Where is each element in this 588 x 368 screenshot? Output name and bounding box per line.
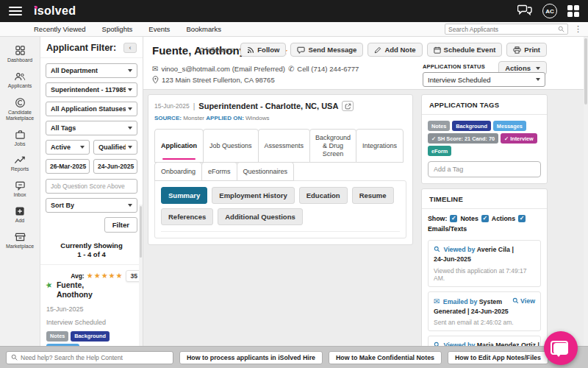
tag-interview[interactable]: ✓ Interview (501, 133, 537, 144)
sidebar-item-inbox[interactable]: Inbox (0, 177, 40, 202)
secondary-nav: Recently Viewed Spotlights Events Bookma… (0, 22, 588, 37)
job-posting-select[interactable]: Superintendent - 1179855 (46, 82, 137, 97)
notes-checkbox[interactable]: ✓ (450, 215, 457, 222)
dashboard-icon (15, 45, 26, 56)
tag-background[interactable]: Background (71, 331, 110, 342)
date-to-field[interactable]: 24-Jun-2025 (93, 159, 137, 174)
tab-eforms[interactable]: eForms (201, 162, 237, 181)
tab-assessments[interactable]: Assessments (258, 129, 311, 163)
timeline-title: TIMELINE (422, 189, 547, 209)
applicant-email[interactable]: vinoo_s@hotmail.com (Email Preferred) (161, 65, 285, 73)
subtab-employment-history[interactable]: Employment History (212, 187, 294, 204)
subtab-resume[interactable]: Resume (352, 187, 394, 204)
qualified-select[interactable]: Qualified (93, 140, 137, 155)
follow-button[interactable]: Follow (240, 43, 286, 57)
external-link-icon[interactable] (342, 101, 354, 111)
application-tags-card: APPLICATION TAGS Notes Background Messag… (421, 94, 548, 184)
actions-checkbox[interactable]: ✓ (481, 215, 489, 222)
tab-background-drug-screen[interactable]: Background & Drug Screen (309, 129, 356, 163)
filter-button[interactable]: Filter (104, 217, 137, 233)
app-window: isolved AC Recently Viewed Spotlights Ev… (0, 0, 588, 368)
application-status: Interview Scheduled (46, 319, 137, 326)
application-tags-title: APPLICATION TAGS (422, 95, 547, 115)
envelope-icon: ✉ (434, 297, 440, 305)
sidebar-item-reports[interactable]: Reports (0, 152, 40, 177)
subtab-additional-questions[interactable]: Additional Questions (218, 208, 303, 225)
page-scrollbar[interactable] (584, 37, 588, 346)
user-avatar[interactable]: AC (542, 4, 557, 18)
rating-stars[interactable]: ★★★★★ (87, 272, 123, 280)
chat-notifications-icon[interactable] (517, 4, 532, 18)
help-search[interactable] (6, 351, 173, 364)
help-link-process-applicants[interactable]: How to process applicants in iSolved Hir… (179, 351, 323, 364)
collapse-filter-button[interactable]: ‹ (123, 43, 137, 53)
chevron-down-icon (80, 146, 85, 149)
applicant-search-input[interactable] (448, 26, 558, 33)
email-icon: ✉ (152, 65, 158, 73)
tag-notes[interactable]: Notes (428, 121, 450, 131)
search-icon (11, 354, 18, 361)
view-email-link[interactable]: View (512, 297, 535, 305)
tag-background[interactable]: Background (452, 121, 491, 131)
tab-application[interactable]: Application (154, 129, 204, 163)
tag-eform[interactable]: eForm (428, 146, 451, 156)
tags-select[interactable]: All Tags (46, 121, 137, 135)
applicant-name-link[interactable]: Fuente, Anothony (57, 280, 121, 300)
tag-notes[interactable]: Notes (46, 331, 68, 342)
sidebar-item-dashboard[interactable]: Dashboard (0, 41, 40, 68)
tab-questionnaires[interactable]: Questionnaires (237, 162, 295, 181)
hamburger-menu-icon[interactable] (9, 7, 22, 15)
timeline-entry[interactable]: Viewed by Averie Cila | 24-Jun-2025 View… (428, 240, 541, 287)
currently-showing: Currently Showing 1 - 4 of 4 (40, 236, 143, 265)
tag-messages[interactable]: Messages (493, 121, 526, 131)
active-select[interactable]: Active (46, 140, 90, 155)
emails-texts-checkbox[interactable]: ✓ (518, 215, 526, 222)
subtab-references[interactable]: References (161, 208, 213, 225)
chevron-down-icon (128, 204, 132, 207)
chevron-down-icon (128, 127, 132, 130)
sidebar-item-marketplace[interactable]: Marketplace (0, 228, 40, 254)
department-select[interactable]: All Department (46, 63, 137, 78)
applicant-phone[interactable]: Cell (714) 244-6777 (297, 65, 359, 73)
applicant-card[interactable]: Avg: ★★★★★ 35 ★ Fuente, Anothony 15-Jun-… (40, 265, 143, 346)
sidebar-item-add[interactable]: Add (0, 202, 40, 228)
nav-recently-viewed[interactable]: Recently Viewed (34, 25, 86, 33)
marketplace-icon (15, 232, 26, 242)
list-scrollbar[interactable] (139, 205, 143, 346)
sidebar-item-jobs[interactable]: Jobs (0, 126, 40, 152)
applicant-header: Fuente, Anothony (edit) ★★★★★ ✉ vinoo_s@… (143, 37, 588, 90)
tab-integrations[interactable]: Integrations (356, 129, 404, 163)
schedule-event-button[interactable]: Schedule Event (427, 43, 503, 57)
application-status-select[interactable]: Interview Scheduled (423, 72, 545, 87)
timeline-filters: Show: ✓ Notes ✓ Actions ✓ Emails/Texts (422, 209, 547, 236)
add-note-button[interactable]: Add Note (368, 43, 422, 57)
send-message-button[interactable]: Send Message (290, 43, 363, 57)
isolved-logo: isolved (34, 4, 76, 18)
job-question-score-input[interactable] (46, 179, 137, 194)
tab-onboarding[interactable]: Onboarding (154, 162, 202, 181)
chat-widget-button[interactable] (544, 331, 578, 365)
tag-sh-score[interactable]: ✓ SH Score: 21 Cand: 70 (428, 133, 498, 144)
timeline-entry[interactable]: ✉ Emailed by System Generated | 24-Jun-2… (428, 291, 541, 331)
sidebar-item-applicants[interactable]: Applicants (0, 68, 40, 93)
help-search-input[interactable] (21, 354, 168, 361)
overflow-menu-icon[interactable]: ⋮ (574, 25, 582, 33)
nav-bookmarks[interactable]: Bookmarks (186, 25, 221, 33)
print-button[interactable]: Print (506, 43, 547, 57)
chevron-down-icon (128, 146, 132, 149)
add-tag-input[interactable] (428, 161, 541, 177)
nav-events[interactable]: Events (148, 25, 170, 33)
apps-grid-icon[interactable] (567, 5, 579, 17)
sort-by-select[interactable]: Sort By (46, 198, 137, 213)
chevron-down-icon (536, 78, 540, 81)
date-from-field[interactable]: 26-Mar-2025 (46, 159, 90, 174)
help-link-edit-app-notes[interactable]: How to Edit App Notes/Files (448, 351, 548, 364)
subtab-summary[interactable]: Summary (161, 187, 207, 204)
nav-spotlights[interactable]: Spotlights (102, 25, 133, 33)
help-link-confidential-notes[interactable]: How to Make Confidential Notes (329, 351, 442, 364)
sidebar-item-candidate-marketplace[interactable]: Candidate Marketplace (0, 93, 40, 126)
subtab-education[interactable]: Education (299, 187, 348, 204)
tab-job-questions[interactable]: Job Questions (203, 129, 259, 163)
applicant-search[interactable] (445, 24, 568, 35)
application-statuses-select[interactable]: All Application Statuses (46, 102, 137, 116)
